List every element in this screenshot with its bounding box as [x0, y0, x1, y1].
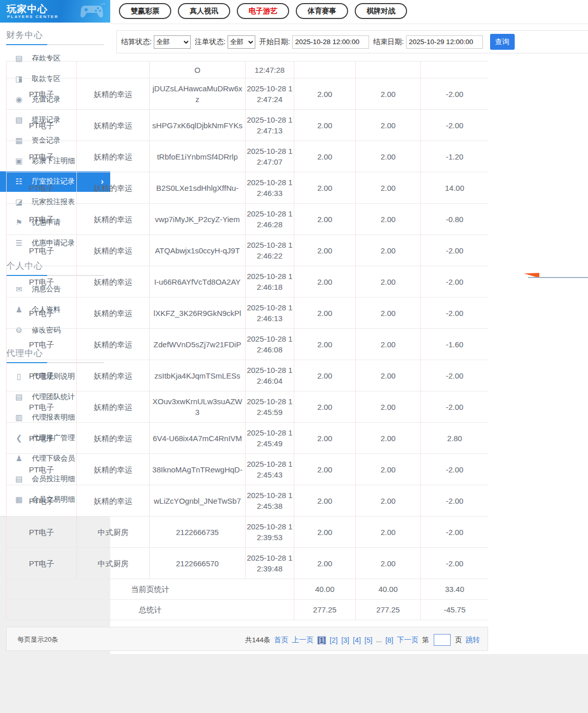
time-cell: 2025-10-28 12:47:13 [246, 110, 294, 141]
valid-bet-cell: 2.00 [356, 172, 421, 204]
table-row: PT电子妖精的幸运wLiZcYOgnbl_JNeTwSb72025-10-28 … [7, 485, 489, 517]
platform-cell: PT电子 [7, 391, 77, 423]
valid-bet-cell [356, 62, 421, 78]
page-link-1[interactable]: [1] [317, 636, 327, 644]
table-row: PT电子妖精的幸运lXKFZ_3K26R9GkN9ckPl2025-10-28 … [7, 298, 489, 329]
platform-cell: PT电子 [7, 298, 77, 329]
table-row: PT电子妖精的幸运tRbfoE1iYnbmSf4DRrlp2025-10-28 … [7, 141, 489, 172]
time-cell: 2025-10-28 12:46:04 [246, 360, 294, 391]
order-id-cell: jDUZsLAHawcaMuDRw6xz [150, 78, 246, 110]
order-id-cell: 38IknoMAgTnTRewgHqD- [150, 454, 246, 485]
table-row-partial: O12:47:28 [7, 62, 489, 78]
table-row: PT电子妖精的幸运vwp7iMyJK_P2cyZ-Yiem2025-10-28 … [7, 204, 489, 235]
table-row: PT电子妖精的幸运B2S0LXe1sdHhlgXffNu-2025-10-28 … [7, 172, 489, 204]
platform-cell: PT电子 [7, 172, 77, 204]
tab-sports[interactable]: 体育赛事 [296, 3, 348, 19]
game-cell: 妖精的幸运 [77, 266, 150, 298]
page-stats-row: 当前页统计40.0040.0033.40 [7, 579, 489, 600]
tabs-divider [110, 24, 588, 24]
profit-cell: -2.00 [421, 517, 489, 548]
bet-amount-cell: 2.00 [294, 517, 356, 548]
profit-cell: -1.60 [421, 329, 489, 360]
sidebar-header: 玩家中心 PLAYERS CENTER [0, 0, 110, 23]
profit-cell: -2.00 [421, 485, 489, 517]
goto-prefix-label: 第 [422, 636, 429, 645]
game-category-tabs: 雙赢彩票真人视讯电子游艺体育赛事棋牌对战 [110, 0, 588, 19]
bet-amount-cell: 2.00 [294, 454, 356, 485]
platform-cell: PT电子 [7, 235, 77, 266]
valid-bet-cell: 2.00 [356, 485, 421, 517]
order-id-cell: wLiZcYOgnbl_JNeTwSb7 [150, 485, 246, 517]
order-id-cell: sHPG7xK6qlDjbkNmFYKs [150, 110, 246, 141]
platform-cell: PT电子 [7, 266, 77, 298]
game-cell: 妖精的幸运 [77, 360, 150, 391]
bet-amount-cell: 2.00 [294, 78, 356, 110]
page-link-4[interactable]: [4] [353, 636, 361, 644]
order-status-select[interactable]: 全部 [228, 35, 255, 49]
stats-valid-cell: 40.00 [356, 579, 421, 600]
game-cell: 妖精的幸运 [77, 204, 150, 235]
tab-board-games[interactable]: 棋牌对战 [355, 3, 407, 19]
goto-jump-button[interactable]: 跳转 [465, 636, 480, 645]
game-cell: 妖精的幸运 [77, 110, 150, 141]
profit-cell: -2.00 [421, 110, 489, 141]
bet-amount-cell: 2.00 [294, 391, 356, 423]
game-cell [77, 62, 150, 78]
per-page-label: 每页显示20条 [17, 635, 58, 644]
start-date-input[interactable] [292, 35, 369, 49]
order-id-cell: I-u66R6AYfVcTd8OA2AY [150, 266, 246, 298]
time-cell: 2025-10-28 12:45:38 [246, 485, 294, 517]
time-cell: 2025-10-28 12:46:08 [246, 329, 294, 360]
gamepad-icon [79, 2, 106, 20]
bet-amount-cell: 2.00 [294, 329, 356, 360]
page-link-8[interactable]: [8] [386, 636, 394, 644]
profit-cell: -2.00 [421, 454, 489, 485]
table-row: PT电子中式厨房21226665702025-10-28 12:39:482.0… [7, 548, 489, 579]
stats-profit-cell: -45.75 [421, 600, 489, 620]
app-subtitle: PLAYERS CENTER [7, 14, 58, 19]
profit-cell: -2.00 [421, 360, 489, 391]
platform-cell: PT电子 [7, 78, 77, 110]
bet-amount-cell: 2.00 [294, 172, 356, 204]
page-link-5[interactable]: [5] [364, 636, 373, 644]
valid-bet-cell: 2.00 [356, 235, 421, 266]
order-id-cell: B2S0LXe1sdHhlgXffNu- [150, 172, 246, 204]
stats-profit-cell: 33.40 [421, 579, 489, 600]
valid-bet-cell: 2.00 [356, 266, 421, 298]
tab-electronic-games[interactable]: 电子游艺 [237, 3, 289, 19]
game-cell: 妖精的幸运 [77, 78, 150, 110]
settle-status-select[interactable]: 全部 [154, 35, 191, 49]
time-cell: 2025-10-28 12:46:33 [246, 172, 294, 204]
order-id-cell: tRbfoE1iYnbmSf4DRrlp [150, 141, 246, 172]
tab-live-casino[interactable]: 真人视讯 [178, 3, 230, 19]
bet-amount-cell: 2.00 [294, 141, 356, 172]
order-id-cell: XOuv3xwKrnULw3suAZW3 [150, 391, 246, 423]
page-link-3[interactable]: [3] [341, 636, 350, 644]
start-date-label: 开始日期: [259, 37, 290, 47]
page-ellipsis: ... [376, 636, 381, 644]
order-id-cell: ZdefWVnD5sZj7w21FDiP [150, 329, 246, 360]
profit-cell: -0.80 [421, 204, 489, 235]
query-button[interactable]: 查询 [490, 34, 515, 50]
table-row: PT电子妖精的幸运38IknoMAgTnTRewgHqD-2025-10-28 … [7, 454, 489, 485]
profit-cell: 2.80 [421, 423, 489, 454]
goto-page-input[interactable] [434, 634, 451, 646]
prev-page-link[interactable]: 上一页 [292, 636, 314, 645]
order-id-cell: 2122666735 [150, 517, 246, 548]
platform-cell: PT电子 [7, 141, 77, 172]
tab-win-lottery[interactable]: 雙赢彩票 [119, 3, 171, 19]
game-cell: 妖精的幸运 [77, 141, 150, 172]
order-id-cell: zsItbKja4KJqmTSmLESs [150, 360, 246, 391]
platform-cell: PT电子 [7, 548, 77, 579]
first-page-link[interactable]: 首页 [274, 636, 289, 645]
page-link-2[interactable]: [2] [330, 636, 338, 644]
next-page-link[interactable]: 下一页 [397, 636, 418, 645]
platform-cell: PT电子 [7, 423, 77, 454]
end-date-input[interactable] [406, 35, 483, 49]
order-status-label: 注单状态: [195, 37, 226, 47]
table-row: PT电子妖精的幸运I-u66R6AYfVcTd8OA2AY2025-10-28 … [7, 266, 489, 298]
bet-amount-cell: 2.00 [294, 204, 356, 235]
platform-cell: PT电子 [7, 485, 77, 517]
stats-bet-cell: 40.00 [294, 579, 356, 600]
game-cell: 妖精的幸运 [77, 172, 150, 204]
